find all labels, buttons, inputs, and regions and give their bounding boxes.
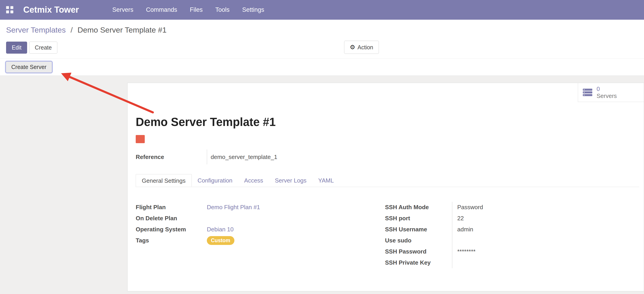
edit-button[interactable]: Edit [6, 42, 27, 54]
field-value-operating-system: Debian 10 [207, 224, 234, 235]
field-ssh-username: SSH Username admin [385, 224, 552, 235]
servers-stat-icon [582, 88, 592, 97]
field-label-ssh-private-key: SSH Private Key [385, 257, 452, 268]
tab-configuration[interactable]: Configuration [192, 174, 238, 187]
create-server-button[interactable]: Create Server [6, 61, 52, 73]
field-tags: Tags Custom [136, 235, 385, 246]
group-left: Flight Plan Demo Flight Plan #1 On Delet… [136, 202, 385, 268]
stat-button-servers[interactable]: 0 Servers [578, 83, 644, 102]
field-operating-system: Operating System Debian 10 [136, 224, 385, 235]
apps-grid-square [6, 6, 9, 9]
field-value-ssh-password: ******** [452, 246, 552, 257]
breadcrumb: Server Templates / Demo Server Template … [6, 26, 638, 34]
form-sheet: 0 Servers Demo Server Template #1 Refere… [127, 83, 644, 291]
action-button-label: Action [358, 44, 373, 51]
field-value-ssh-auth-mode: Password [452, 202, 552, 213]
field-value-tags: Custom [207, 235, 234, 246]
field-value-reference: demo_server_template_1 [207, 150, 277, 165]
apps-grid-square [10, 11, 13, 13]
create-button[interactable]: Create [29, 42, 57, 54]
top-navbar: Cetmix Tower Servers Commands Files Tool… [0, 0, 644, 20]
page: { "nav": { "brand": "Cetmix Tower", "ite… [0, 0, 644, 294]
tab-server-logs[interactable]: Server Logs [269, 174, 312, 187]
tab-access[interactable]: Access [238, 174, 269, 187]
breadcrumb-separator: / [70, 26, 72, 34]
breadcrumb-current: Demo Server Template #1 [78, 26, 166, 34]
tab-yaml[interactable]: YAML [312, 174, 340, 187]
stat-text: 0 Servers [596, 85, 617, 99]
field-flight-plan: Flight Plan Demo Flight Plan #1 [136, 202, 385, 213]
tag-badge-custom[interactable]: Custom [207, 236, 234, 245]
field-label-tags: Tags [136, 235, 207, 246]
field-label-operating-system: Operating System [136, 224, 207, 235]
color-tag-swatch[interactable] [136, 135, 145, 143]
field-value-ssh-port: 22 [452, 213, 552, 224]
group-right: SSH Auth Mode Password SSH port 22 SSH U… [385, 202, 552, 268]
record-title: Demo Server Template #1 [136, 116, 639, 128]
field-ssh-password: SSH Password ******** [385, 246, 552, 257]
field-value-flight-plan: Demo Flight Plan #1 [207, 202, 260, 213]
field-label-ssh-username: SSH Username [385, 224, 452, 235]
flight-plan-link[interactable]: Demo Flight Plan #1 [207, 202, 260, 213]
field-value-ssh-private-key [452, 257, 552, 268]
apps-grid-square [6, 11, 9, 13]
field-reference: Reference demo_server_template_1 [136, 150, 639, 165]
field-label-flight-plan: Flight Plan [136, 202, 207, 213]
control-panel-buttons: Edit Create ⚙ Action [6, 41, 638, 54]
field-label-ssh-port: SSH port [385, 213, 452, 224]
field-ssh-private-key: SSH Private Key [385, 257, 552, 268]
main-menu: Servers Commands Files Tools Settings [106, 0, 270, 20]
operating-system-link[interactable]: Debian 10 [207, 224, 234, 235]
nav-item-servers[interactable]: Servers [106, 0, 140, 20]
apps-grid-square [10, 6, 13, 9]
field-ssh-auth-mode: SSH Auth Mode Password [385, 202, 552, 213]
field-use-sudo: Use sudo [385, 235, 552, 246]
stat-value: 0 [596, 85, 617, 92]
field-value-use-sudo [452, 235, 552, 246]
breadcrumb-parent-link[interactable]: Server Templates [6, 26, 66, 34]
statusbar: Create Server [0, 58, 644, 76]
field-label-on-delete-plan: On Delete Plan [136, 213, 207, 224]
notebook-tabs: General Settings Configuration Access Se… [136, 174, 639, 187]
apps-menu-icon[interactable] [6, 6, 14, 14]
field-on-delete-plan: On Delete Plan [136, 213, 385, 224]
content-area: 0 Servers Demo Server Template #1 Refere… [0, 76, 644, 294]
gear-icon: ⚙ [350, 44, 355, 50]
nav-item-files[interactable]: Files [183, 0, 209, 20]
control-panel: Server Templates / Demo Server Template … [0, 20, 644, 58]
field-label-reference: Reference [136, 150, 207, 165]
field-value-ssh-username: admin [452, 224, 552, 235]
tab-general-settings[interactable]: General Settings [136, 174, 192, 187]
field-ssh-port: SSH port 22 [385, 213, 552, 224]
field-label-ssh-password: SSH Password [385, 246, 452, 257]
field-groups: Flight Plan Demo Flight Plan #1 On Delet… [136, 202, 639, 268]
nav-item-tools[interactable]: Tools [209, 0, 236, 20]
nav-item-commands[interactable]: Commands [140, 0, 183, 20]
field-label-ssh-auth-mode: SSH Auth Mode [385, 202, 452, 213]
stat-label: Servers [596, 92, 617, 99]
action-button[interactable]: ⚙ Action [344, 41, 379, 54]
brand-title[interactable]: Cetmix Tower [23, 5, 79, 15]
nav-item-settings[interactable]: Settings [236, 0, 270, 20]
field-label-use-sudo: Use sudo [385, 235, 452, 246]
